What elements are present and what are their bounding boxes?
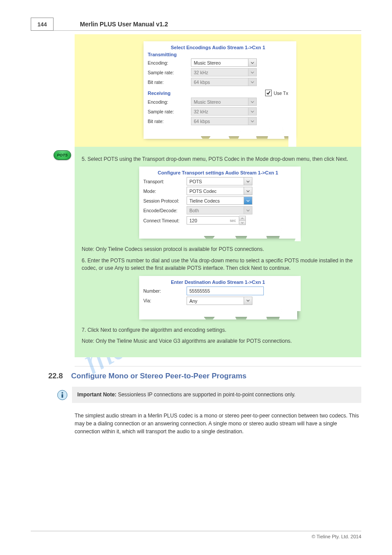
chevron-up-icon[interactable]	[239, 216, 245, 220]
torn-edge-icon	[144, 127, 293, 139]
chevron-down-icon	[248, 69, 256, 76]
section-title: Configure Mono or Stereo Peer-to-Peer Pr…	[71, 372, 247, 380]
torn-edge-icon	[139, 227, 297, 239]
rx-bitrate-label: Bit rate:	[148, 119, 191, 124]
encdec-value: Both	[190, 208, 199, 213]
section-heading: 22.8 Configure Mono or Stereo Peer-to-Pe…	[48, 372, 361, 381]
torn-edge-icon	[293, 167, 301, 236]
tx-encoding-row: Encoding: Music Stereo	[148, 58, 288, 67]
info-icon	[57, 390, 68, 400]
tx-sample-value: 32 kHz	[194, 70, 209, 75]
mode-select[interactable]: POTS Codec	[187, 187, 252, 195]
chevron-down-icon	[248, 108, 256, 115]
green-step-block: POTS 5. Select POTS using the Transport …	[75, 147, 361, 357]
tx-bitrate-row: Bit rate: 64 kbps	[148, 78, 288, 86]
destination-dialog: Enter Destination Audio Stream 1->Cxn 1 …	[139, 276, 297, 317]
tx-bitrate-label: Bit rate:	[148, 80, 191, 85]
tx-sample-label: Sample rate:	[148, 70, 191, 75]
chevron-down-icon	[244, 178, 252, 185]
chevron-down-icon	[244, 197, 252, 204]
torn-edge-icon	[293, 276, 301, 317]
mode-label: Mode:	[144, 189, 187, 194]
timeout-stepper-buttons[interactable]	[239, 216, 246, 225]
transport-dialog: Configure Transport settings Audio Strea…	[139, 167, 297, 236]
via-label: Via:	[144, 298, 187, 303]
tx-bitrate-select[interactable]: 64 kbps	[191, 78, 257, 86]
encdec-select[interactable]: Both	[187, 206, 252, 214]
encoding-dialog: Select Encodings Audio Stream 1->Cxn 1 T…	[144, 41, 293, 136]
rx-encoding-label: Encoding:	[148, 99, 191, 105]
footer-copyright: © Tieline Pty. Ltd. 2014	[312, 534, 361, 539]
rx-encoding-select[interactable]: Music Stereo	[191, 98, 257, 106]
yellow-step-block: Select Encodings Audio Stream 1->Cxn 1 T…	[75, 34, 361, 147]
chevron-down-icon[interactable]	[239, 220, 245, 225]
chevron-down-icon	[244, 207, 252, 214]
page-number: 144	[31, 18, 54, 31]
tx-heading: Transmitting	[148, 52, 288, 57]
info-note-prefix: Important Note:	[77, 392, 116, 398]
number-row: Number:	[144, 287, 293, 295]
chevron-down-icon	[248, 78, 256, 86]
section-divider	[75, 366, 361, 366]
step-5-text: 5. Select POTS using the Transport drop-…	[82, 156, 354, 163]
section-intro-paragraph: The simplest audio stream in a Merlin PL…	[75, 412, 361, 435]
chevron-down-icon	[244, 297, 252, 305]
note-b-text: Note: Only the Tieline Music and Voice G…	[82, 337, 354, 345]
timeout-value: 120	[190, 217, 198, 224]
doc-title: Merlin PLUS User Manual v1.2	[54, 21, 361, 30]
torn-edge-icon	[139, 308, 297, 319]
rx-sample-label: Sample rate:	[148, 109, 191, 114]
session-value: Tieline Codecs	[190, 198, 220, 203]
mode-row: Mode: POTS Codec	[144, 187, 293, 195]
transport-dialog-title: Configure Transport settings Audio Strea…	[144, 170, 293, 175]
session-row: Session Protocol: Tieline Codecs	[144, 196, 293, 205]
transport-label: Transport:	[144, 179, 187, 184]
step-7-text: 7. Click Next to configure the algorithm…	[82, 326, 354, 334]
chevron-down-icon	[248, 117, 256, 125]
chevron-down-icon	[244, 187, 252, 195]
section-number: 22.8	[48, 372, 63, 380]
rx-heading-row: Receiving Use Tx	[148, 90, 288, 96]
session-select[interactable]: Tieline Codecs	[187, 196, 252, 205]
via-select[interactable]: Any	[187, 297, 252, 305]
info-note-text: Sessionless IP connections are supported…	[118, 392, 295, 398]
tx-encoding-select[interactable]: Music Stereo	[191, 58, 257, 67]
rx-sample-select[interactable]: 32 kHz	[191, 107, 257, 116]
mode-value: POTS Codec	[190, 189, 217, 194]
destination-dialog-title: Enter Destination Audio Stream 1->Cxn 1	[144, 279, 293, 285]
session-label: Session Protocol:	[144, 198, 187, 203]
rx-bitrate-row: Bit rate: 64 kbps	[148, 117, 288, 125]
encdec-row: Encode/Decode: Both	[144, 206, 293, 214]
via-value: Any	[190, 298, 198, 304]
encdec-label: Encode/Decode:	[144, 208, 187, 213]
use-tx-label: Use Tx	[273, 91, 288, 96]
rx-heading: Receiving	[148, 91, 171, 96]
use-tx-checkbox[interactable]	[265, 90, 272, 96]
timeout-label: Connect Timeout:	[144, 218, 187, 223]
transport-select[interactable]: POTS	[187, 177, 252, 185]
tx-encoding-label: Encoding:	[148, 60, 191, 65]
tx-encoding-value: Music Stereo	[194, 60, 221, 65]
encoding-dialog-title: Select Encodings Audio Stream 1->Cxn 1	[148, 45, 288, 50]
timeout-unit: sec	[230, 217, 236, 224]
rx-bitrate-value: 64 kbps	[194, 119, 210, 124]
info-note: Important Note: Sessionless IP connectio…	[72, 387, 361, 403]
page-header: 144 Merlin PLUS User Manual v1.2	[31, 18, 361, 31]
timeout-row: Connect Timeout: 120 sec	[144, 216, 293, 225]
tx-sample-select[interactable]: 32 kHz	[191, 68, 257, 76]
note-a-text: Note: Only Tieline Codecs session protoc…	[82, 246, 354, 253]
step-6-text: 6. Enter the POTS number to dial and use…	[82, 257, 354, 272]
number-input[interactable]	[187, 287, 264, 295]
rx-sample-value: 32 kHz	[194, 109, 209, 114]
page-footer: © Tieline Pty. Ltd. 2014	[31, 531, 361, 539]
timeout-stepper[interactable]: 120 sec	[187, 216, 239, 225]
transport-value: POTS	[190, 179, 202, 184]
rx-encoding-value: Music Stereo	[194, 99, 221, 105]
rx-sample-row: Sample rate: 32 kHz	[148, 107, 288, 116]
tx-sample-row: Sample rate: 32 kHz	[148, 68, 288, 76]
svg-point-1	[61, 392, 63, 394]
via-row: Via: Any	[144, 297, 293, 305]
tx-bitrate-value: 64 kbps	[194, 80, 210, 85]
rx-bitrate-select[interactable]: 64 kbps	[191, 117, 257, 125]
chevron-down-icon	[248, 98, 256, 105]
